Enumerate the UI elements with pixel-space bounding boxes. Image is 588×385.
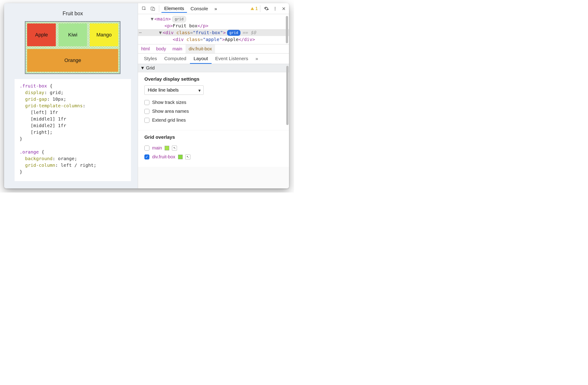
crumb-body[interactable]: body bbox=[153, 44, 169, 53]
breadcrumb: html body main div.fruit-box bbox=[138, 44, 289, 54]
svg-point-3 bbox=[275, 7, 275, 7]
fruit-cell-mango: Mango bbox=[90, 23, 118, 46]
fruit-cell-apple: Apple bbox=[27, 23, 56, 46]
devtools-toolbar: Elements Console » 1 bbox=[138, 3, 289, 14]
overlay-row-fruit-box: ✓ div.fruit-box ↖ bbox=[144, 152, 283, 161]
highlight-icon[interactable]: ↖ bbox=[185, 154, 190, 159]
subtab-layout[interactable]: Layout bbox=[190, 54, 211, 64]
grid-badge-active[interactable]: grid bbox=[227, 30, 240, 36]
fruit-cell-orange: Orange bbox=[27, 49, 118, 72]
opt-show-area-names[interactable]: Show area names bbox=[144, 107, 283, 116]
scrollbar-thumb[interactable] bbox=[286, 16, 288, 43]
dom-scrollbar[interactable] bbox=[286, 14, 289, 188]
layout-pane: ▼ Grid Overlay display settings Hide lin… bbox=[138, 64, 289, 188]
overlay-row-main: main ↖ bbox=[144, 144, 283, 152]
crumb-html[interactable]: html bbox=[138, 44, 153, 53]
grid-overlays-title: Grid overlays bbox=[144, 134, 283, 140]
checkbox-icon[interactable] bbox=[144, 146, 149, 150]
svg-rect-2 bbox=[153, 8, 155, 10]
svg-point-5 bbox=[275, 10, 275, 10]
crumb-main[interactable]: main bbox=[169, 44, 185, 53]
css-source: .fruit-box { display: grid; grid-gap: 10… bbox=[15, 79, 131, 181]
subtab-more[interactable]: » bbox=[252, 54, 262, 64]
fruit-box-container: Apple Kiwi Mango Orange bbox=[25, 21, 121, 74]
dom-node-fruit-box[interactable]: ▼<div class="fruit-box">grid== $0 bbox=[138, 29, 289, 36]
grid-overlays: Grid overlays main ↖ ✓ div.fruit-box ↖ bbox=[138, 130, 289, 167]
opt-extend-grid-lines[interactable]: Extend grid lines bbox=[144, 116, 283, 125]
page-preview-pane: Fruit box Apple Kiwi Mango Orange .fruit… bbox=[4, 3, 138, 188]
grid-section-header[interactable]: ▼ Grid bbox=[138, 64, 289, 72]
devtools-pane: Elements Console » 1 ▼<main>grid <p>Frui bbox=[138, 3, 289, 188]
warnings-count: 1 bbox=[255, 6, 258, 11]
color-swatch[interactable] bbox=[165, 146, 169, 150]
color-swatch[interactable] bbox=[178, 155, 183, 159]
checkbox-icon[interactable] bbox=[144, 109, 149, 114]
line-labels-select[interactable]: Hide line labels bbox=[144, 86, 204, 95]
sidebar-tabs: Styles Computed Layout Event Listeners » bbox=[138, 54, 289, 64]
svg-point-4 bbox=[275, 8, 275, 9]
overlay-name[interactable]: main bbox=[152, 145, 162, 150]
warnings-badge[interactable]: 1 bbox=[250, 6, 258, 11]
checkbox-icon[interactable] bbox=[144, 100, 149, 105]
checkbox-icon[interactable] bbox=[144, 118, 149, 123]
dom-node-main[interactable]: ▼<main>grid bbox=[143, 16, 289, 22]
inspect-icon[interactable] bbox=[140, 5, 148, 13]
device-toggle-icon[interactable] bbox=[149, 5, 157, 13]
overlay-settings-title: Overlay display settings bbox=[144, 76, 283, 82]
tab-elements[interactable]: Elements bbox=[162, 4, 187, 13]
overlay-name[interactable]: div.fruit-box bbox=[152, 154, 175, 159]
gear-icon[interactable] bbox=[263, 5, 270, 13]
kebab-icon[interactable] bbox=[271, 5, 279, 13]
dom-tree[interactable]: ▼<main>grid <p>Fruit box</p> ▼<div class… bbox=[138, 14, 289, 43]
fruit-cell-kiwi: Kiwi bbox=[59, 23, 87, 46]
overlay-display-settings: Overlay display settings Hide line label… bbox=[138, 72, 289, 130]
checkbox-icon[interactable]: ✓ bbox=[144, 154, 149, 159]
opt-show-track-sizes[interactable]: Show track sizes bbox=[144, 98, 283, 107]
dom-node-p[interactable]: <p>Fruit box</p> bbox=[143, 22, 289, 29]
close-icon[interactable] bbox=[280, 5, 288, 13]
dom-node-apple[interactable]: <div class="apple">Apple</div> bbox=[143, 36, 289, 43]
devtools-window: Fruit box Apple Kiwi Mango Orange .fruit… bbox=[4, 3, 289, 188]
subtab-styles[interactable]: Styles bbox=[140, 54, 161, 64]
crumb-fruit-box[interactable]: div.fruit-box bbox=[186, 44, 215, 53]
highlight-icon[interactable]: ↖ bbox=[172, 146, 177, 150]
page-title: Fruit box bbox=[15, 10, 131, 17]
tab-more[interactable]: » bbox=[212, 4, 220, 13]
fruit-box-grid: Apple Kiwi Mango Orange bbox=[27, 23, 118, 72]
subtab-computed[interactable]: Computed bbox=[161, 54, 190, 64]
tab-console[interactable]: Console bbox=[188, 4, 211, 13]
grid-badge[interactable]: grid bbox=[172, 16, 186, 22]
subtab-event-listeners[interactable]: Event Listeners bbox=[211, 54, 252, 64]
